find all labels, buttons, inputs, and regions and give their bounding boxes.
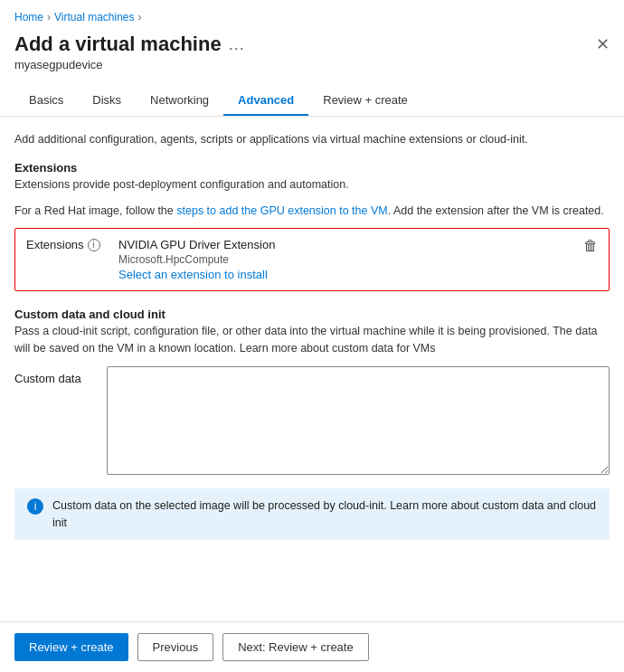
- custom-data-textarea[interactable]: [107, 366, 610, 475]
- previous-button[interactable]: Previous: [137, 633, 214, 661]
- custom-data-label: Custom data: [14, 366, 96, 385]
- extensions-subtitle: Extensions provide post-deployment confi…: [14, 176, 610, 194]
- custom-data-row: Custom data: [14, 366, 610, 478]
- custom-data-section: Custom data and cloud init Pass a cloud-…: [14, 308, 610, 540]
- extensions-info-prefix: For a Red Hat image, follow the: [14, 204, 176, 217]
- tab-advanced[interactable]: Advanced: [223, 86, 308, 116]
- ext-info-icon[interactable]: i: [88, 239, 100, 251]
- extensions-section: Extensions Extensions provide post-deplo…: [14, 161, 610, 292]
- tab-disks[interactable]: Disks: [78, 86, 136, 116]
- custom-data-title: Custom data and cloud init: [14, 308, 610, 321]
- page-title: Add a virtual machine: [14, 33, 222, 56]
- delete-extension-icon[interactable]: 🗑: [583, 238, 598, 254]
- tab-basics[interactable]: Basics: [14, 86, 78, 116]
- title-area: Add a virtual machine ...: [14, 33, 245, 56]
- ext-provider: Microsoft.HpcCompute: [118, 253, 572, 266]
- ext-content: NVIDIA GPU Driver Extension Microsoft.Hp…: [118, 238, 572, 281]
- info-banner-text: Custom data on the selected image will b…: [52, 497, 597, 532]
- breadcrumb-sep2: ›: [138, 11, 142, 24]
- extensions-title: Extensions: [14, 161, 610, 175]
- info-banner-prefix: Custom data on the selected image will b…: [52, 499, 390, 512]
- breadcrumb-vms[interactable]: Virtual machines: [54, 11, 135, 24]
- footer: Review + create Previous Next: Review + …: [0, 621, 624, 672]
- dialog-subtitle: myasegpudevice: [0, 58, 624, 79]
- ext-label-area: Extensions i: [26, 238, 108, 251]
- extensions-info-link[interactable]: steps to add the GPU extension to the VM: [176, 204, 387, 217]
- breadcrumb: Home › Virtual machines ›: [0, 0, 624, 29]
- extensions-box: Extensions i NVIDIA GPU Driver Extension…: [14, 228, 610, 291]
- tab-review-create[interactable]: Review + create: [308, 86, 422, 116]
- header-row: Add a virtual machine ... ✕: [0, 29, 624, 58]
- custom-data-desc: Pass a cloud-init script, configuration …: [14, 323, 610, 357]
- custom-data-learn-link[interactable]: Learn more about custom data for VMs: [240, 342, 436, 355]
- content-area: Add additional configuration, agents, sc…: [0, 117, 624, 540]
- tab-networking[interactable]: Networking: [136, 86, 223, 116]
- dialog: Home › Virtual machines › Add a virtual …: [0, 0, 624, 672]
- review-create-button[interactable]: Review + create: [14, 633, 128, 661]
- tabs: Basics Disks Networking Advanced Review …: [0, 79, 624, 117]
- info-banner-icon: i: [27, 498, 43, 515]
- more-options-icon[interactable]: ...: [229, 35, 245, 54]
- breadcrumb-sep1: ›: [47, 11, 51, 24]
- breadcrumb-home[interactable]: Home: [14, 11, 43, 24]
- close-icon[interactable]: ✕: [596, 36, 610, 52]
- extensions-info-suffix: . Add the extension after the VM is crea…: [388, 204, 604, 217]
- custom-data-field: [107, 366, 610, 478]
- extensions-info: For a Red Hat image, follow the steps to…: [14, 203, 610, 220]
- next-button[interactable]: Next: Review + create: [222, 633, 369, 661]
- tab-description: Add additional configuration, agents, sc…: [14, 131, 610, 148]
- ext-label: Extensions: [26, 238, 84, 251]
- ext-name: NVIDIA GPU Driver Extension: [118, 238, 572, 251]
- info-banner: i Custom data on the selected image will…: [14, 488, 610, 541]
- select-extension-link[interactable]: Select an extension to install: [118, 268, 572, 281]
